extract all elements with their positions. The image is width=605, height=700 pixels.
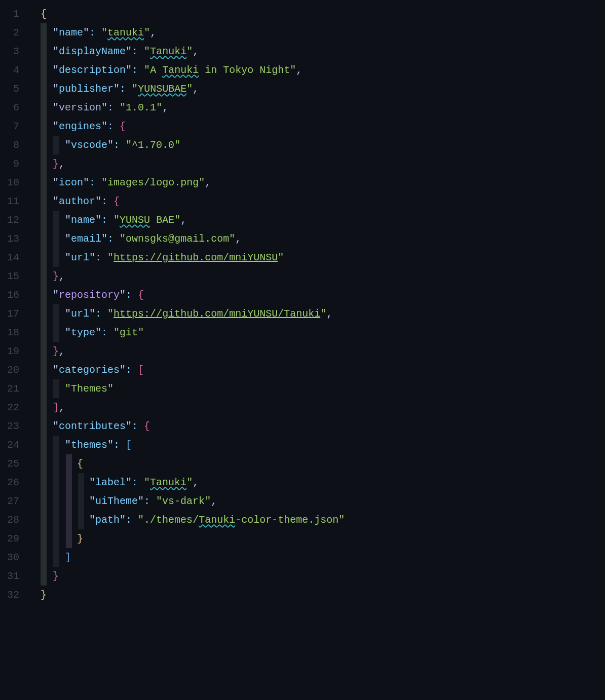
code-line[interactable]: },	[41, 342, 605, 361]
code-line[interactable]: }	[41, 586, 605, 604]
line-number: 4	[0, 61, 19, 80]
code-line[interactable]: },	[41, 154, 605, 173]
code-line[interactable]: "path": "./themes/Tanuki-color-theme.jso…	[41, 511, 605, 529]
line-number: 2	[0, 23, 19, 42]
line-number: 21	[0, 379, 19, 398]
code-line[interactable]: "Themes"	[41, 379, 605, 398]
code-line[interactable]: "themes": [	[41, 436, 605, 454]
line-number: 22	[0, 398, 19, 417]
code-line[interactable]: {	[41, 454, 605, 473]
code-line[interactable]: "name": "tanuki",	[41, 23, 605, 42]
code-line[interactable]: }	[41, 529, 605, 548]
line-number: 13	[0, 229, 19, 248]
code-line[interactable]: "repository": {	[41, 286, 605, 304]
code-line[interactable]: "publisher": "YUNSUBAE",	[41, 80, 605, 98]
line-number: 28	[0, 511, 19, 529]
line-number: 30	[0, 548, 19, 567]
repo-url-link[interactable]: https://github.com/mniYUNSU/Tanuki	[114, 308, 320, 320]
line-number: 15	[0, 267, 19, 286]
line-number-gutter: 1234567891011121314151617181920212223242…	[0, 0, 25, 700]
line-number: 17	[0, 304, 19, 323]
code-line[interactable]: "label": "Tanuki",	[41, 473, 605, 492]
code-line[interactable]: "version": "1.0.1",	[41, 98, 605, 117]
line-number: 20	[0, 361, 19, 379]
line-number: 14	[0, 248, 19, 267]
code-line[interactable]: "displayName": "Tanuki",	[41, 42, 605, 61]
code-line[interactable]: "email": "ownsgks@gmail.com",	[41, 229, 605, 248]
line-number: 31	[0, 567, 19, 586]
editor: 1234567891011121314151617181920212223242…	[0, 0, 605, 700]
line-number: 3	[0, 42, 19, 61]
line-number: 11	[0, 192, 19, 211]
line-number: 12	[0, 211, 19, 229]
code-line[interactable]: }	[41, 567, 605, 586]
code-line[interactable]: "name": "YUNSU BAE",	[41, 211, 605, 229]
line-number: 10	[0, 173, 19, 192]
line-number: 24	[0, 436, 19, 454]
line-number: 9	[0, 154, 19, 173]
code-line[interactable]: "url": "https://github.com/mniYUNSU/Tanu…	[41, 304, 605, 323]
code-line[interactable]: ],	[41, 398, 605, 417]
code-line[interactable]: "categories": [	[41, 361, 605, 379]
line-number: 19	[0, 342, 19, 361]
code-area[interactable]: { "name": "tanuki", "displayName": "Tanu…	[25, 0, 605, 700]
code-line[interactable]: "author": {	[41, 192, 605, 211]
code-line[interactable]: "type": "git"	[41, 323, 605, 342]
code-line[interactable]: "description": "A Tanuki in Tokyo Night"…	[41, 61, 605, 80]
code-line[interactable]: "uiTheme": "vs-dark",	[41, 492, 605, 511]
line-number: 26	[0, 473, 19, 492]
line-number: 25	[0, 454, 19, 473]
code-line[interactable]: },	[41, 267, 605, 286]
code-line[interactable]: "vscode": "^1.70.0"	[41, 136, 605, 154]
code-line[interactable]: "icon": "images/logo.png",	[41, 173, 605, 192]
line-number: 1	[0, 5, 19, 23]
line-number: 7	[0, 117, 19, 136]
line-number: 18	[0, 323, 19, 342]
line-number: 6	[0, 98, 19, 117]
code-line[interactable]: ]	[41, 548, 605, 567]
line-number: 27	[0, 492, 19, 511]
line-number: 16	[0, 286, 19, 304]
line-number: 32	[0, 586, 19, 604]
code-line[interactable]: "contributes": {	[41, 417, 605, 436]
code-line[interactable]: "url": "https://github.com/mniYUNSU"	[41, 248, 605, 267]
code-line[interactable]: "engines": {	[41, 117, 605, 136]
author-url-link[interactable]: https://github.com/mniYUNSU	[114, 252, 278, 263]
line-number: 29	[0, 529, 19, 548]
line-number: 23	[0, 417, 19, 436]
line-number: 5	[0, 80, 19, 98]
line-number: 8	[0, 136, 19, 154]
code-line[interactable]: {	[41, 5, 605, 23]
